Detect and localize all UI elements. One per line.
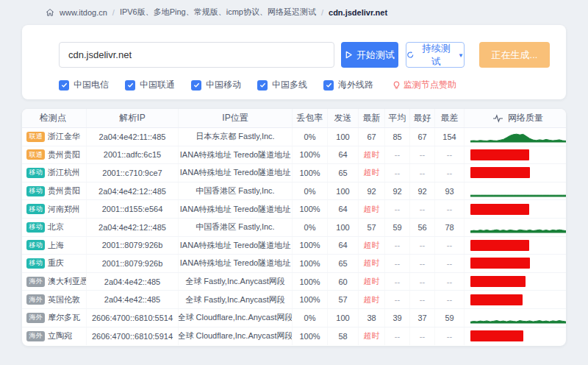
carrier-badge: 联通 <box>26 132 45 142</box>
ip-location: 全球 Cloudflare,Inc.Anycast网段 <box>179 309 293 327</box>
node-name: 澳大利亚悉尼 <box>48 276 87 287</box>
latest-latency: 超时 <box>359 146 385 164</box>
average-latency: -- <box>385 200 410 218</box>
worst-latency: -- <box>435 327 465 346</box>
worst-latency: -- <box>435 255 465 272</box>
average-latency: 92 <box>385 182 410 200</box>
continuous-test-button[interactable]: 持续测试 ▼ <box>406 42 465 68</box>
table-row: 移动 北京 2a04:4e42:12::485 中国香港区 Fastly,Inc… <box>22 219 566 237</box>
header-location: IP位置 <box>179 109 293 127</box>
home-icon <box>46 8 54 17</box>
packet-loss-bar <box>470 149 529 160</box>
quality-cell <box>465 237 566 255</box>
generating-label: 正在生成... <box>492 49 538 62</box>
sponsor-link[interactable]: 监测节点赞助 <box>392 79 456 91</box>
table-row: 移动 上海 2001::8079:926b IANA特殊地址 Teredo隧道地… <box>22 237 566 255</box>
filter-china-unicom[interactable]: 中国联通 <box>125 79 175 91</box>
node-name: 英国伦敦 <box>48 294 80 305</box>
breadcrumb-separator: / <box>321 8 323 17</box>
generating-button[interactable]: 正在生成... <box>479 42 550 68</box>
results-table-card: 检测点 解析IP IP位置 丢包率 发送 最新 平均 最好 最差 网络质量 联通… <box>22 109 566 346</box>
ip-location: 全球 Fastly,Inc.Anycast网段 <box>179 273 293 291</box>
sent-count: 65 <box>328 255 359 272</box>
table-row: 海外 澳大利亚悉尼 2a04:4e42::485 全球 Fastly,Inc.A… <box>22 273 566 291</box>
toolbar: 开始测试 持续测试 ▼ 正在生成... <box>59 42 566 68</box>
node-name: 摩尔多瓦 <box>48 312 80 323</box>
node-cell: 联通 贵州贵阳 <box>22 146 87 164</box>
packet-loss: 0% <box>293 219 328 236</box>
sponsor-label: 监测节点赞助 <box>404 79 456 91</box>
worst-latency: -- <box>435 164 465 182</box>
checkbox-checked-icon[interactable] <box>323 80 334 91</box>
quality-cell <box>465 164 566 182</box>
node-name: 立陶宛 <box>48 330 72 341</box>
chevron-down-icon: ▼ <box>458 52 464 59</box>
quality-cell <box>465 128 566 146</box>
packet-loss: 100% <box>293 237 328 255</box>
checkbox-checked-icon[interactable] <box>125 80 135 91</box>
filter-china-telecom[interactable]: 中国电信 <box>59 79 109 91</box>
test-control-card: 开始测试 持续测试 ▼ 正在生成... 中国电信 中国联通 <box>22 25 566 99</box>
average-latency: -- <box>385 327 410 346</box>
checkbox-checked-icon[interactable] <box>257 80 268 91</box>
breadcrumb-section[interactable]: IPV6版、多地Ping、常规版、icmp协议、网络延迟测试 <box>120 7 316 18</box>
lightbulb-icon <box>392 81 401 90</box>
best-latency: -- <box>410 146 435 164</box>
node-name: 贵州贵阳 <box>48 185 80 196</box>
average-latency: -- <box>385 237 410 255</box>
latest-latency: 92 <box>359 182 385 200</box>
best-latency: -- <box>410 200 435 218</box>
resolved-ip: 2a04:4e42:12::485 <box>87 219 179 236</box>
node-cell: 移动 上海 <box>22 237 87 255</box>
node-cell: 海外 英国伦敦 <box>22 291 87 308</box>
packet-loss: 100% <box>293 273 328 291</box>
table-row: 移动 重庆 2001::8079:926b IANA特殊地址 Teredo隧道地… <box>22 255 566 273</box>
worst-latency: 78 <box>435 219 465 236</box>
header-latest: 最新 <box>359 109 385 127</box>
packet-loss: 100% <box>293 327 328 346</box>
worst-latency: 154 <box>435 128 465 146</box>
resolved-ip: 2a04:4e42::485 <box>87 291 179 308</box>
breadcrumb-home[interactable]: www.itdog.cn <box>60 8 107 17</box>
sent-count: 100 <box>328 219 359 236</box>
breadcrumb-current: cdn.jsdelivr.net <box>329 8 387 17</box>
ip-location: IANA特殊地址 Teredo隧道地址 <box>179 255 293 272</box>
header-quality-label: 网络质量 <box>508 112 543 124</box>
start-test-button[interactable]: 开始测试 <box>341 42 398 68</box>
refresh-icon <box>406 51 414 59</box>
filter-china-mobile[interactable]: 中国移动 <box>191 79 241 91</box>
best-latency: 92 <box>410 182 435 200</box>
node-cell: 海外 摩尔多瓦 <box>22 309 87 327</box>
host-input[interactable] <box>59 42 334 68</box>
worst-latency: -- <box>435 146 465 164</box>
checkbox-checked-icon[interactable] <box>59 80 69 91</box>
filter-overseas[interactable]: 海外线路 <box>323 79 373 91</box>
table-header: 检测点 解析IP IP位置 丢包率 发送 最新 平均 最好 最差 网络质量 <box>22 109 566 128</box>
latest-latency: 超时 <box>359 164 385 182</box>
header-loss: 丢包率 <box>293 109 328 127</box>
node-name: 浙江金华 <box>48 131 80 142</box>
carrier-badge: 海外 <box>26 313 45 323</box>
filter-label: 中国电信 <box>74 79 109 91</box>
average-latency: -- <box>385 273 410 291</box>
quality-cell <box>465 291 566 308</box>
node-name: 上海 <box>48 240 64 251</box>
quality-cell <box>465 182 566 200</box>
carrier-badge: 移动 <box>26 222 45 233</box>
ip-location: IANA特殊地址 Teredo隧道地址 <box>179 237 293 255</box>
carrier-badge: 海外 <box>26 331 45 341</box>
resolved-ip: 2001::d155:e564 <box>87 200 179 218</box>
table-row: 海外 立陶宛 2606:4700::6810:5914 全球 Cloudflar… <box>22 327 566 346</box>
filter-china-multiline[interactable]: 中国多线 <box>257 79 307 91</box>
packet-loss: 0% <box>293 182 328 200</box>
latest-latency: 超时 <box>359 255 385 272</box>
best-latency: -- <box>410 237 435 255</box>
resolved-ip: 2606:4700::6810:5514 <box>87 309 179 327</box>
worst-latency: -- <box>435 291 465 308</box>
filter-label: 海外线路 <box>338 79 373 91</box>
carrier-badge: 移动 <box>26 168 45 178</box>
quality-cell <box>465 146 566 164</box>
checkbox-checked-icon[interactable] <box>191 80 201 91</box>
best-latency: -- <box>410 255 435 272</box>
packet-loss: 100% <box>293 291 328 308</box>
